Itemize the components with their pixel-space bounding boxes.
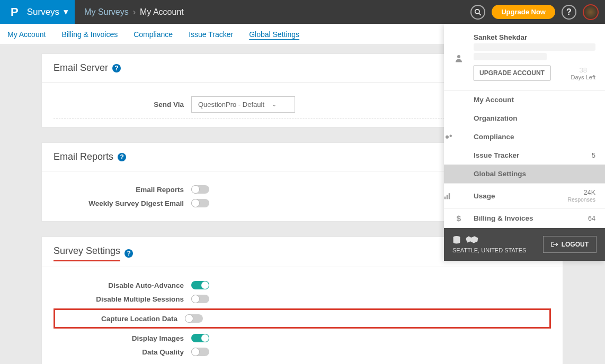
breadcrumb: My Surveys › My Account: [84, 7, 184, 17]
row-label: Capture Location Data: [55, 315, 185, 323]
svg-line-1: [479, 13, 481, 15]
breadcrumb-item[interactable]: My Surveys: [84, 7, 129, 17]
top-bar-left: P Surveys ▾ My Surveys › My Account: [0, 0, 184, 24]
logout-icon: [551, 241, 558, 248]
map-icon: [465, 235, 479, 245]
menu-item-my-account[interactable]: My Account: [444, 90, 605, 109]
help-icon[interactable]: ?: [118, 153, 126, 161]
user-avatar[interactable]: [583, 4, 599, 20]
display-images-toggle[interactable]: [191, 334, 209, 342]
days-left: 38 Days Left: [571, 66, 595, 80]
card-title-text: Survey Settings: [54, 245, 120, 256]
menu-item-global-settings[interactable]: Global Settings: [444, 165, 605, 183]
row-label: Display Images: [54, 334, 191, 342]
row-label: Disable Multiple Sessions: [54, 295, 191, 303]
card-title-text: Email Server: [54, 62, 108, 74]
subnav-global-settings[interactable]: Global Settings: [249, 30, 299, 39]
svg-rect-7: [449, 193, 450, 199]
capture-location-callout: Capture Location Data: [54, 308, 551, 329]
user-icon: [444, 33, 474, 80]
breadcrumb-item: My Account: [140, 7, 184, 17]
row-label: Email Reports: [54, 186, 191, 194]
send-via-select[interactable]: QuestionPro - Default ⌄: [191, 96, 295, 113]
subnav-compliance[interactable]: Compliance: [134, 30, 173, 39]
row-label: Weekly Survey Digest Email: [54, 199, 191, 207]
location-text: SEATTLE, UNITED STATES: [452, 247, 526, 253]
user-name: Sanket Shekdar: [474, 33, 595, 41]
menu-item-compliance[interactable]: Compliance: [444, 128, 605, 146]
subnav-billing[interactable]: Billing & Invoices: [61, 30, 118, 39]
row-label: Disable Auto-Advance: [54, 281, 191, 289]
row-label: Data Quality: [54, 348, 191, 356]
top-bar: P Surveys ▾ My Surveys › My Account Upgr…: [0, 0, 605, 24]
chevron-right-icon: ›: [133, 7, 136, 17]
user-menu-panel: Sanket Shekdar UPGRADE ACCOUNT 38 Days L…: [444, 24, 605, 261]
brand-app-label: Surveys: [27, 7, 59, 17]
help-button[interactable]: ?: [562, 5, 576, 20]
subnav-my-account[interactable]: My Account: [7, 30, 46, 39]
send-via-label: Send Via: [54, 101, 191, 108]
svg-point-3: [446, 135, 449, 139]
search-button[interactable]: [470, 5, 485, 20]
dollar-icon: $: [444, 214, 474, 223]
svg-point-0: [475, 9, 479, 13]
help-icon[interactable]: ?: [124, 249, 133, 258]
subnav-issue-tracker[interactable]: Issue Tracker: [189, 30, 233, 39]
svg-point-4: [450, 134, 452, 137]
disable-multiple-sessions-row: Disable Multiple Sessions: [54, 295, 551, 303]
svg-point-2: [457, 55, 460, 58]
menu-item-billing[interactable]: $ Billing & Invoices 64: [444, 208, 605, 228]
data-quality-row: Data Quality: [54, 348, 551, 356]
question-icon: ?: [566, 7, 572, 17]
chevron-down-icon: ▾: [64, 6, 68, 17]
upgrade-account-button[interactable]: UPGRADE ACCOUNT: [474, 66, 550, 80]
redacted-text: [474, 43, 595, 51]
brand-logo-icon: P: [11, 5, 19, 19]
menu-item-organization[interactable]: Organization: [444, 109, 605, 128]
user-panel-footer: SEATTLE, UNITED STATES LOGOUT: [444, 228, 605, 261]
email-reports-toggle[interactable]: [191, 185, 209, 194]
capture-location-toggle[interactable]: [185, 314, 203, 323]
upgrade-now-button[interactable]: Upgrade Now: [492, 5, 555, 19]
disable-auto-advance-toggle[interactable]: [191, 281, 209, 289]
svg-rect-5: [444, 197, 446, 199]
user-menu-list: My Account Organization Compliance Issue…: [444, 90, 605, 228]
send-via-value: QuestionPro - Default: [198, 101, 264, 108]
gears-icon: [444, 133, 474, 141]
help-icon[interactable]: ?: [112, 64, 121, 72]
card-title-text: Email Reports: [54, 151, 113, 162]
brand-switcher[interactable]: P Surveys ▾: [0, 0, 75, 24]
database-icon: [452, 235, 461, 245]
menu-item-issue-tracker[interactable]: Issue Tracker 5: [444, 146, 605, 165]
disable-multiple-sessions-toggle[interactable]: [191, 295, 209, 303]
top-bar-right: Upgrade Now ?: [470, 4, 605, 20]
bars-icon: [444, 192, 474, 199]
svg-rect-6: [447, 195, 448, 199]
display-images-row: Display Images: [54, 334, 551, 342]
chevron-down-icon: ⌄: [272, 101, 277, 108]
search-icon: [474, 8, 482, 16]
weekly-digest-toggle[interactable]: [191, 199, 209, 207]
logout-label: LOGOUT: [562, 241, 589, 248]
disable-auto-advance-row: Disable Auto-Advance: [54, 281, 551, 289]
redacted-text: [474, 53, 547, 60]
user-info-section: Sanket Shekdar UPGRADE ACCOUNT 38 Days L…: [444, 24, 605, 90]
logout-button[interactable]: LOGOUT: [543, 236, 597, 253]
menu-item-usage[interactable]: Usage 24K Responses: [444, 184, 605, 208]
data-quality-toggle[interactable]: [191, 348, 209, 356]
